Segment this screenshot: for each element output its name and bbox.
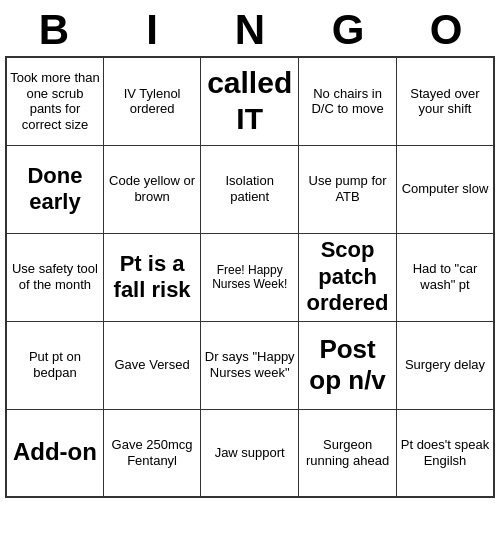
table-row: Had to "car wash" pt xyxy=(396,233,494,321)
title-i: I xyxy=(107,6,197,54)
bingo-grid: Took more than one scrub pants for corre… xyxy=(5,56,495,498)
table-row: Dr says "Happy Nurses week" xyxy=(201,321,299,409)
table-row: Post op n/v xyxy=(299,321,397,409)
table-row: Computer slow xyxy=(396,145,494,233)
table-row: Surgeon running ahead xyxy=(299,409,397,497)
table-row: Use safety tool of the month xyxy=(6,233,103,321)
title-g: G xyxy=(303,6,393,54)
title-o: O xyxy=(401,6,491,54)
table-row: Gave Versed xyxy=(103,321,200,409)
table-row: Gave 250mcg Fentanyl xyxy=(103,409,200,497)
table-row: Use pump for ATB xyxy=(299,145,397,233)
table-row: Jaw support xyxy=(201,409,299,497)
title-b: B xyxy=(9,6,99,54)
table-row: Code yellow or brown xyxy=(103,145,200,233)
table-row: Done early xyxy=(6,145,103,233)
table-row: Add-on xyxy=(6,409,103,497)
table-row: Isolation patient xyxy=(201,145,299,233)
table-row: called IT xyxy=(201,57,299,145)
table-row: Free! Happy Nurses Week! xyxy=(201,233,299,321)
table-row: IV Tylenol ordered xyxy=(103,57,200,145)
table-row: Pt does't speak Engilsh xyxy=(396,409,494,497)
table-row: Took more than one scrub pants for corre… xyxy=(6,57,103,145)
table-row: Scop patch ordered xyxy=(299,233,397,321)
table-row: No chairs in D/C to move xyxy=(299,57,397,145)
title-n: N xyxy=(205,6,295,54)
table-row: Pt is a fall risk xyxy=(103,233,200,321)
table-row: Put pt on bedpan xyxy=(6,321,103,409)
bingo-title: B I N G O xyxy=(5,0,495,56)
table-row: Surgery delay xyxy=(396,321,494,409)
table-row: Stayed over your shift xyxy=(396,57,494,145)
